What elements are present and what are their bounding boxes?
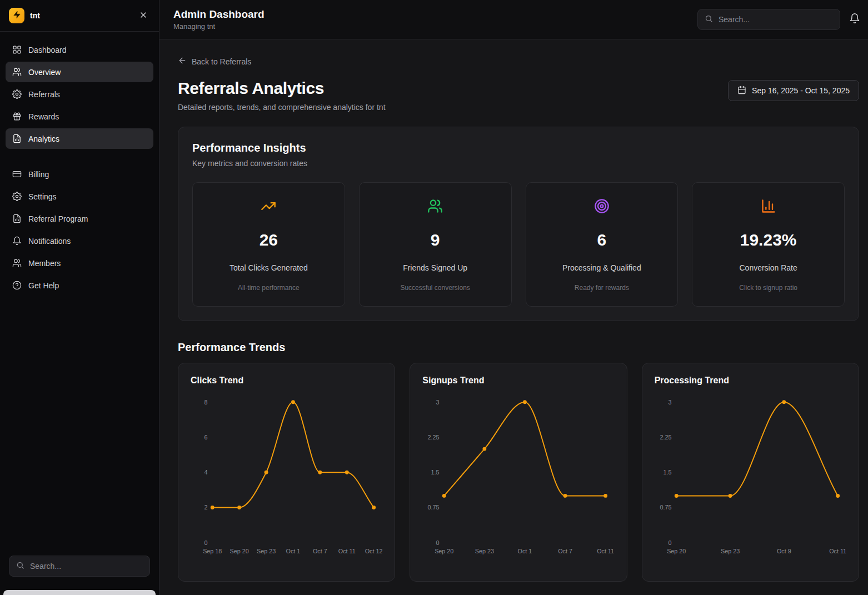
metric-card-conversion-rate: 19.23% Conversion Rate Click to signup r… [692,182,845,307]
svg-text:Oct 9: Oct 9 [777,548,791,554]
sidebar-item-label: Referral Program [28,214,88,223]
nav-group-divider [6,151,153,164]
svg-text:Sep 23: Sep 23 [257,548,276,554]
svg-text:Oct 11: Oct 11 [338,548,356,554]
svg-text:Oct 12: Oct 12 [365,548,383,554]
insights-subtitle: Key metrics and conversion rates [192,159,845,168]
signups-trend-chart: 00.751.52.253Sep 20Sep 23Oct 1Oct 7Oct 1… [422,393,614,567]
metric-caption: All-time performance [201,284,337,292]
sidebar-nav: Dashboard Overview Referrals Rewards Ana… [0,32,159,297]
sidebar-item-analytics[interactable]: Analytics [6,128,153,149]
title-row: Referrals Analytics Detailed reports, tr… [178,79,859,112]
chart-title: Processing Trend [655,376,846,386]
help-circle-icon [12,281,22,290]
workspace-logo [9,8,24,23]
metric-label: Processing & Qualified [534,263,670,272]
metric-caption: Successful conversions [367,284,503,292]
notifications-bell-button[interactable] [849,13,860,26]
metric-card-total-clicks: 26 Total Clicks Generated All-time perfo… [192,182,345,307]
date-range-picker[interactable]: Sep 16, 2025 - Oct 15, 2025 [728,80,859,101]
trends-section-title: Performance Trends [178,341,859,354]
main-area: Admin Dashboard Managing tnt Back to Ref… [159,0,868,595]
svg-text:2.25: 2.25 [428,434,440,441]
sidebar-item-get-help[interactable]: Get Help [6,275,153,296]
users-icon [427,198,443,214]
sidebar-item-label: Settings [28,192,57,201]
users-icon [12,258,22,268]
processing-trend-card: Processing Trend 00.751.52.253Sep 20Sep … [642,363,859,582]
sidebar-item-billing[interactable]: Billing [6,164,153,184]
sidebar-item-label: Referrals [28,90,60,99]
sidebar-footer [0,548,159,590]
sidebar-header: tnt [0,0,159,32]
topbar-search[interactable] [697,9,840,30]
sidebar-item-label: Notifications [28,237,71,246]
metric-value: 26 [201,231,337,249]
date-range-value: Sep 16, 2025 - Oct 15, 2025 [752,86,850,95]
sidebar-item-referral-program[interactable]: Referral Program [6,208,153,229]
sidebar-item-notifications[interactable]: Notifications [6,231,153,251]
svg-text:3: 3 [668,399,671,406]
metric-value: 9 [367,231,503,249]
calendar-icon [737,86,746,96]
sidebar-search-input[interactable] [30,562,143,571]
sidebar-item-label: Rewards [28,112,59,121]
back-to-referrals-link[interactable]: Back to Referrals [178,56,251,67]
svg-text:0.75: 0.75 [428,504,440,511]
sidebar-item-label: Get Help [28,281,59,290]
sidebar-search[interactable] [9,556,150,577]
trending-up-icon [261,198,276,214]
gear-icon [12,89,22,99]
svg-text:0.75: 0.75 [660,504,671,511]
svg-text:8: 8 [204,399,207,406]
insights-title: Performance Insights [192,142,845,154]
metric-label: Total Clicks Generated [201,263,337,272]
sidebar-item-overview[interactable]: Overview [6,62,153,82]
lightning-icon [13,11,21,21]
metric-card-friends-signed-up: 9 Friends Signed Up Successful conversio… [359,182,512,307]
bell-icon [849,13,860,26]
svg-text:Sep 23: Sep 23 [475,548,494,554]
sidebar-item-settings[interactable]: Settings [6,186,153,207]
sidebar-close-button[interactable] [137,8,150,23]
svg-text:Oct 7: Oct 7 [313,548,327,554]
app-title: Admin Dashboard [173,8,265,21]
svg-text:0: 0 [668,539,671,546]
sidebar-item-rewards[interactable]: Rewards [6,106,153,127]
sidebar: tnt Dashboard Overview Referrals [0,0,159,595]
page-title: Referrals Analytics [178,79,386,98]
search-icon [705,14,713,25]
metric-grid: 26 Total Clicks Generated All-time perfo… [192,182,845,307]
title-block: Referrals Analytics Detailed reports, tr… [178,79,386,112]
svg-text:Sep 18: Sep 18 [203,548,222,554]
signups-trend-card: Signups Trend 00.751.52.253Sep 20Sep 23O… [410,363,627,582]
sidebar-item-label: Analytics [28,134,59,143]
sidebar-item-label: Dashboard [28,46,67,54]
workspace-name: tnt [30,11,40,20]
chart-title: Clicks Trend [191,376,382,386]
svg-text:1.5: 1.5 [663,469,671,476]
sidebar-item-label: Billing [28,170,49,179]
topbar-search-input[interactable] [719,15,833,24]
svg-text:Oct 1: Oct 1 [518,548,532,554]
svg-text:1.5: 1.5 [431,469,440,476]
svg-text:2.25: 2.25 [660,434,671,441]
trend-grid: Clicks Trend 02468Sep 18Sep 20Sep 23Oct … [178,363,859,582]
svg-text:Sep 20: Sep 20 [435,548,453,554]
sidebar-item-members[interactable]: Members [6,253,153,273]
sidebar-item-referrals[interactable]: Referrals [6,84,153,104]
close-icon [139,11,148,21]
app-root: tnt Dashboard Overview Referrals [0,0,868,595]
page-subtitle: Detailed reports, trends, and comprehens… [178,103,386,112]
metric-value: 6 [534,231,670,249]
credit-card-icon [12,169,22,179]
topbar: Admin Dashboard Managing tnt [159,0,868,39]
metric-caption: Click to signup ratio [700,284,836,292]
page-content: Back to Referrals Referrals Analytics De… [159,39,868,595]
bell-icon [12,236,22,246]
performance-insights-card: Performance Insights Key metrics and con… [178,127,859,321]
sidebar-item-dashboard[interactable]: Dashboard [6,39,153,60]
app-subtitle: Managing tnt [173,22,265,31]
bar-chart-icon [761,198,776,214]
dashboard-grid-icon [12,45,22,54]
